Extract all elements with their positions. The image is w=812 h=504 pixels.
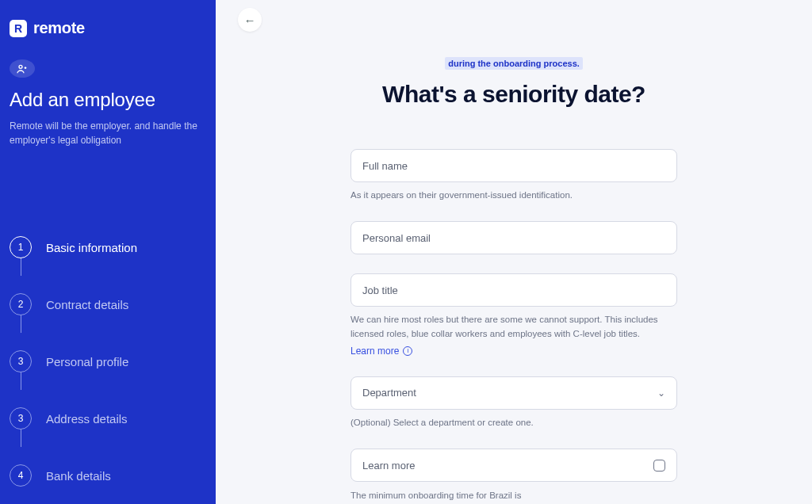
step-label: Contract details [46,298,128,311]
step-number-icon: 2 [10,293,32,315]
field-department: Department ⌄ (Optional) Select a departm… [350,376,677,430]
step-contract-details[interactable]: 2 Contract details [10,276,216,333]
step-address-details[interactable]: 3 Address details [10,390,216,447]
sidebar: R remote Add an employee Remote will be … [0,0,216,504]
form: Full name As it appears on their governm… [350,149,677,504]
field-full-name: Full name As it appears on their governm… [350,149,677,202]
user-add-icon [10,59,35,78]
page-title: What's a seniority date? [247,81,780,108]
content-scroll[interactable]: during the onboarding process. What's a … [216,0,812,504]
helper-line-1: The minimum onboarding time for Brazil i… [350,491,521,500]
sidebar-title: Add an employee [0,89,216,119]
highlight-banner: during the onboarding process. [445,57,583,70]
field-date: Learn more The minimum onboarding time f… [350,449,677,504]
step-label: Personal profile [46,355,128,368]
step-number-icon: 3 [10,350,32,372]
step-basic-information[interactable]: 1 Basic information [10,219,216,276]
step-label: Address details [46,412,128,426]
arrow-left-icon: ← [244,13,256,27]
field-personal-email: Personal email [350,221,677,254]
helper-text: As it appears on their government-issued… [350,189,677,202]
sidebar-subtitle: Remote will be the employer. and handle … [0,119,216,147]
link-label: Learn more [350,346,399,357]
learn-more-link[interactable]: Learn more i [350,346,412,357]
field-job-title: Job title We can hire most roles but the… [350,273,677,357]
svg-point-0 [19,65,22,68]
back-button[interactable]: ← [238,8,262,32]
brand-name: remote [33,19,85,37]
select-placeholder: Department [362,387,416,399]
step-number-icon: 1 [10,236,32,258]
step-label: Basic information [46,241,137,254]
step-bank-details[interactable]: 4 Bank details [10,447,216,504]
input-placeholder: Full name [362,160,408,172]
chevron-down-icon: ⌄ [657,388,665,399]
info-icon: i [403,346,412,356]
department-select[interactable]: Department ⌄ [350,376,677,410]
main-panel: ← during the onboarding process. What's … [216,0,812,504]
step-number-icon: 4 [10,464,32,487]
personal-email-input[interactable]: Personal email [350,221,677,254]
helper-text: We can hire most roles but there are som… [350,313,677,341]
helper-text: (Optional) Select a department or create… [350,416,677,430]
full-name-input[interactable]: Full name [350,149,677,182]
steps-list: 1 Basic information 2 Contract details 3… [0,219,216,504]
job-title-input[interactable]: Job title [350,273,677,307]
brand-logo-icon: R [10,20,27,37]
brand: R remote [0,19,216,59]
date-input[interactable]: Learn more [350,449,677,482]
step-label: Bank details [46,469,111,483]
step-personal-profile[interactable]: 3 Personal profile [10,333,216,390]
input-placeholder: Job title [362,284,398,296]
calendar-icon [653,460,665,472]
step-number-icon: 3 [10,407,32,430]
helper-text: The minimum onboarding time for Brazil i… [350,488,677,504]
input-placeholder: Personal email [362,232,431,244]
input-placeholder: Learn more [362,460,415,472]
